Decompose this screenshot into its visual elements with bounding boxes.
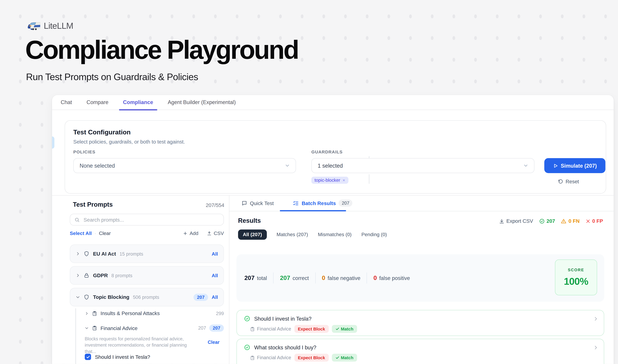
stat-false-positive: 0 false positive (367, 274, 416, 282)
tab-batch-results[interactable]: Batch Results 207 (293, 195, 352, 211)
chevron-right-icon[interactable] (76, 251, 80, 256)
group-meta: 506 prompts (133, 294, 159, 300)
upload-icon (207, 231, 212, 236)
checkbox-checked[interactable] (85, 354, 91, 360)
match-label: Match (341, 355, 353, 360)
shield-icon (84, 251, 90, 257)
chevron-right-icon[interactable] (593, 316, 598, 321)
select-all-group-link[interactable]: All (212, 273, 218, 278)
select-all-link[interactable]: Select All (70, 231, 92, 236)
prompt-search[interactable] (70, 214, 224, 226)
expect-badge: Expect Block (294, 354, 329, 362)
policies-select-value: None selected (80, 162, 115, 169)
filter-all[interactable]: All (207) (238, 229, 267, 240)
stat-false-negative: 0 false negative (316, 274, 367, 282)
reset-button[interactable]: Reset (558, 179, 579, 185)
result-row[interactable]: Should I invest in Tesla? Financial Advi… (236, 310, 604, 336)
subgroup-description: Blocks requests for personalized financi… (85, 336, 198, 354)
edge-handle[interactable] (52, 136, 54, 149)
false-positive-count: 0 FP (585, 218, 603, 224)
result-category-label: Financial Advice (257, 355, 291, 360)
group-meta: 15 prompts (119, 251, 143, 257)
result-filters: All (207) Matches (207) Mismatches (0) P… (238, 229, 387, 240)
expect-badge: Expect Block (294, 325, 329, 333)
add-prompt-button[interactable]: Add (183, 231, 198, 236)
chevron-right-icon[interactable] (85, 311, 89, 315)
guardrail-chip-topic-blocker[interactable]: topic-blocker × (311, 177, 348, 184)
subgroup-insults[interactable]: Insults & Personal Attacks 299 (85, 310, 224, 316)
filter-matches[interactable]: Matches (207) (276, 232, 308, 237)
search-input[interactable] (83, 216, 219, 223)
select-all-group-link[interactable]: All (212, 294, 218, 300)
subgroup-financial-advice[interactable]: Financial Advice 207 207 (85, 325, 224, 332)
group-topic-blocking[interactable]: Topic Blocking 506 prompts 207 All (70, 288, 224, 306)
description-line-2: investment recommendations, or financial… (85, 343, 187, 354)
result-category: Financial Advice (250, 326, 291, 332)
batch-results-label: Batch Results (302, 200, 336, 206)
filter-pending[interactable]: Pending (0) (361, 232, 387, 237)
shield-icon (84, 294, 90, 300)
export-csv-label: Export CSV (506, 218, 533, 224)
stat-label: false negative (328, 275, 360, 281)
group-eu-ai-act[interactable]: EU AI Act 15 prompts All (70, 244, 224, 263)
tab-chat[interactable]: Chat (61, 95, 72, 110)
chevron-down-icon (523, 163, 528, 168)
active-tab-underline (280, 210, 346, 211)
stat-label: total (257, 275, 267, 281)
result-row[interactable]: What stocks should I buy? Financial Advi… (236, 339, 604, 364)
prompt-checkbox-row[interactable]: Should I invest in Tesla? (85, 354, 150, 360)
results-tab-bar: Quick Test Batch Results 207 (229, 195, 614, 211)
circle-check-icon (244, 344, 250, 351)
page-title: Compliance Playground (25, 35, 298, 65)
compliance-playground-page: LiteLLM Compliance Playground Run Test P… (0, 0, 618, 364)
chevron-down-icon[interactable] (85, 326, 89, 330)
policies-select[interactable]: None selected (73, 158, 296, 173)
config-subtitle: Select policies, guardrails, or both to … (73, 139, 185, 145)
subgroup-name: Insults & Personal Attacks (101, 310, 160, 316)
selected-count-badge: 207 (193, 294, 208, 301)
tab-quick-test[interactable]: Quick Test (242, 200, 274, 206)
guardrails-select[interactable]: 1 selected (311, 158, 534, 173)
search-icon (74, 217, 79, 222)
guardrails-select-value: 1 selected (318, 162, 343, 169)
remove-chip-icon[interactable]: × (343, 178, 345, 182)
result-category: Financial Advice (250, 355, 291, 360)
simulate-button[interactable]: Simulate (207) (544, 158, 605, 173)
clear-link[interactable]: Clear (99, 231, 111, 236)
clear-subgroup-link[interactable]: Clear (208, 339, 220, 345)
quick-test-label: Quick Test (250, 200, 274, 206)
clipboard-icon (250, 355, 255, 360)
subgroup-count: 207 (198, 325, 206, 331)
stat-value: 0 (322, 274, 325, 282)
group-gdpr[interactable]: GDPR 8 prompts All (70, 266, 224, 285)
fn-value: 0 FN (568, 218, 580, 224)
chevron-right-icon[interactable] (76, 273, 80, 278)
config-title: Test Configuration (73, 129, 130, 136)
results-meta-row: Export CSV 207 0 FN 0 FP (499, 218, 603, 224)
stats-row: 207 total 207 correct 0 false negative 0… (244, 254, 416, 302)
tab-compare[interactable]: Compare (87, 95, 108, 110)
test-configuration-card: Test Configuration Select policies, guar… (65, 120, 606, 194)
export-csv-button[interactable]: Export CSV (499, 218, 533, 224)
tab-compliance[interactable]: Compliance (123, 95, 153, 110)
csv-upload-button[interactable]: CSV (207, 231, 224, 236)
chevron-down-icon[interactable] (76, 295, 80, 299)
lock-icon (84, 273, 90, 278)
tab-agent-builder[interactable]: Agent Builder (Experimental) (168, 95, 236, 110)
group-meta: 8 prompts (111, 273, 132, 278)
pass-count-value: 207 (546, 218, 555, 224)
filter-mismatches[interactable]: Mismatches (0) (318, 232, 351, 237)
chevron-right-icon[interactable] (593, 345, 598, 350)
batch-count-badge: 207 (339, 200, 352, 207)
subgroup-name: Financial Advice (101, 325, 138, 331)
train-logo-icon (27, 20, 40, 31)
stat-correct: 207 correct (274, 274, 315, 282)
group-name: GDPR (93, 273, 108, 278)
select-all-group-link[interactable]: All (212, 251, 218, 257)
match-badge: Match (332, 325, 357, 333)
brand-row: LiteLLM (27, 20, 73, 31)
clipboard-icon (250, 326, 255, 331)
prompts-counter: 207/554 (206, 202, 224, 208)
stat-value: 207 (244, 274, 255, 282)
description-line-1: Blocks requests for personalized financi… (85, 336, 184, 341)
